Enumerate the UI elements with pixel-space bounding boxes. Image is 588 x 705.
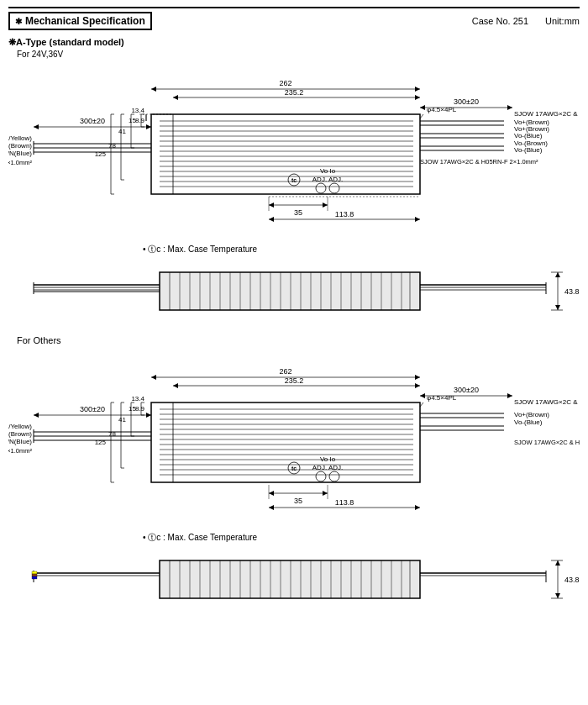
svg-text:125: 125 <box>95 439 107 446</box>
svg-marker-182 <box>151 375 156 380</box>
unit-label: Unit:mm <box>545 16 580 26</box>
svg-text:8.9: 8.9 <box>135 117 145 124</box>
svg-text:41: 41 <box>118 128 126 135</box>
svg-text:113.8: 113.8 <box>335 210 354 218</box>
svg-marker-174 <box>420 393 425 398</box>
svg-text:13.4: 13.4 <box>131 395 144 402</box>
svg-text:43.8: 43.8 <box>564 287 580 296</box>
section-a-sublabel: For 24V,36V <box>17 50 580 59</box>
svg-marker-133 <box>555 305 560 310</box>
svg-text:43.8: 43.8 <box>564 576 580 584</box>
svg-marker-214 <box>269 505 274 510</box>
svg-text:ADJ. ADJ.: ADJ. ADJ. <box>312 464 343 471</box>
svg-text:Vo+(Brown): Vo+(Brown) <box>514 411 549 418</box>
svg-marker-140 <box>34 413 39 418</box>
svg-marker-88 <box>269 217 274 222</box>
svg-marker-141 <box>146 413 151 418</box>
for-others-label: For Others <box>17 335 580 345</box>
svg-text:13.4: 13.4 <box>131 107 144 114</box>
svg-marker-211 <box>323 491 328 496</box>
svg-marker-53 <box>415 87 420 92</box>
diagram-b-front: 300±20 FG⊕(Green/Yellow) AC/L(Brown) AC/… <box>8 352 580 529</box>
svg-point-33 <box>316 183 326 193</box>
diagram-a-front: 300±20 FG⊕(Green/Yellow) AC/L(Brown) AC/… <box>8 64 580 240</box>
svg-text:FG⊕(Green/Yellow): FG⊕(Green/Yellow) <box>8 134 32 142</box>
svg-marker-187 <box>415 383 420 388</box>
svg-text:Vo  Io: Vo Io <box>320 167 336 175</box>
svg-text:AC/N(Blue): AC/N(Blue) <box>8 438 32 445</box>
svg-point-168 <box>329 471 339 481</box>
note-b: • ⓣc : Max. Case Temperature <box>143 532 580 544</box>
svg-text:SJOW 17AWG×2C & H05RN-F 2×1.0m: SJOW 17AWG×2C & H05RN-F 2×1.0mm² <box>514 439 580 446</box>
svg-marker-83 <box>269 203 274 208</box>
svg-text:Vo  Io: Vo Io <box>320 455 336 463</box>
svg-text:FG⊕(Green/Yellow): FG⊕(Green/Yellow) <box>8 423 32 430</box>
svg-text:113.8: 113.8 <box>335 498 354 507</box>
svg-marker-186 <box>173 383 178 388</box>
section-a-label: ❋A-Type (standard model) <box>8 37 580 48</box>
svg-text:tc: tc <box>291 177 297 183</box>
svg-text:235.2: 235.2 <box>285 88 304 97</box>
svg-point-34 <box>329 183 339 193</box>
svg-text:Vo-(Blue): Vo-(Blue) <box>514 418 543 426</box>
header-meta: Case No. 251 Unit:mm <box>472 16 580 26</box>
svg-rect-225 <box>160 560 420 598</box>
svg-text:262: 262 <box>279 367 291 376</box>
svg-marker-7 <box>146 124 151 129</box>
svg-text:Vo-(Blue): Vo-(Blue) <box>514 146 543 154</box>
svg-text:41: 41 <box>118 416 126 424</box>
title-text: Mechanical Specification <box>25 15 145 27</box>
svg-rect-224 <box>32 576 37 579</box>
svg-text:300±20: 300±20 <box>454 97 479 106</box>
page-header: Mechanical Specification Case No. 251 Un… <box>8 7 580 30</box>
svg-text:300±20: 300±20 <box>454 386 479 394</box>
svg-text:78: 78 <box>108 142 116 150</box>
svg-text:262: 262 <box>279 79 291 87</box>
svg-text:φ4.5×4PL: φ4.5×4PL <box>427 106 457 113</box>
svg-text:125: 125 <box>95 150 107 158</box>
svg-text:78: 78 <box>108 430 116 438</box>
svg-marker-6 <box>34 124 39 129</box>
svg-text:AC/N(Blue): AC/N(Blue) <box>8 150 32 157</box>
svg-text:15: 15 <box>129 117 136 124</box>
svg-marker-257 <box>555 560 560 566</box>
side-view-b: 43.8 <box>8 552 580 611</box>
svg-marker-183 <box>415 375 420 380</box>
svg-text:AC/L(Brown): AC/L(Brown) <box>8 142 32 150</box>
svg-text:tc: tc <box>291 466 297 471</box>
svg-text:φ4.5×4PL: φ4.5×4PL <box>427 394 457 402</box>
svg-marker-56 <box>173 95 178 100</box>
svg-text:AC/L(Brown): AC/L(Brown) <box>8 430 32 438</box>
svg-text:300±20: 300±20 <box>80 117 105 125</box>
svg-marker-215 <box>415 505 420 510</box>
svg-text:35: 35 <box>294 497 302 505</box>
case-number: Case No. 251 <box>472 16 528 26</box>
svg-text:8.9: 8.9 <box>135 405 145 413</box>
svg-marker-132 <box>555 272 560 277</box>
svg-marker-175 <box>507 393 512 398</box>
svg-text:SJOW 17AWG×2C & H05RN-F 2×1.0m: SJOW 17AWG×2C & H05RN-F 2×1.0mm² <box>514 110 580 118</box>
svg-rect-99 <box>160 272 420 310</box>
svg-marker-43 <box>507 105 512 110</box>
side-view-a: 43.8 <box>8 264 580 323</box>
svg-text:300±20: 300±20 <box>80 405 105 413</box>
note-a: • ⓣc : Max. Case Temperature <box>143 244 580 255</box>
svg-marker-52 <box>151 87 156 92</box>
svg-text:ADJ. ADJ.: ADJ. ADJ. <box>312 176 343 183</box>
svg-text:Vo-(Blue): Vo-(Blue) <box>514 132 543 139</box>
svg-marker-57 <box>415 95 420 100</box>
svg-text:35: 35 <box>294 208 302 217</box>
svg-marker-89 <box>415 217 420 222</box>
section-title: Mechanical Specification <box>8 12 152 30</box>
svg-text:SJOW 17AWG×2C & H05RN-F 2×1.0m: SJOW 17AWG×2C & H05RN-F 2×1.0mm² <box>420 158 538 166</box>
svg-rect-223 <box>32 574 37 576</box>
svg-marker-84 <box>323 203 328 208</box>
svg-marker-210 <box>269 491 274 496</box>
svg-text:235.2: 235.2 <box>285 376 304 385</box>
svg-rect-222 <box>32 571 37 574</box>
svg-text:SJOW 17AWG×2C & H05RN-F 2×1.0m: SJOW 17AWG×2C & H05RN-F 2×1.0mm² <box>514 398 580 406</box>
svg-text:SJOW 17AWG×3C & H05RN-F 3×1.0m: SJOW 17AWG×3C & H05RN-F 3×1.0mm² <box>8 447 32 455</box>
svg-marker-42 <box>420 105 425 110</box>
svg-text:SJOW 17AWG×3C & H05RN-F 3×1.0m: SJOW 17AWG×3C & H05RN-F 3×1.0mm² <box>8 159 32 166</box>
svg-text:15: 15 <box>129 405 136 413</box>
